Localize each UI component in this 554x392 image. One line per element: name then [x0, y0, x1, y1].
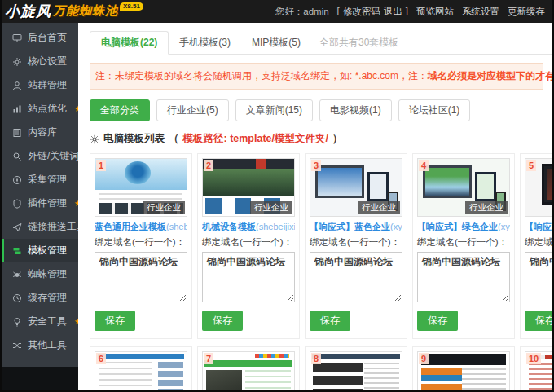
sidebar-item-collection[interactable]: 采集管理 [2, 168, 78, 192]
sidebar-item-label: 插件管理 [28, 196, 67, 210]
template-card: 3 行业企业 【响应式】蓝色企业(xys_blue) 绑定域名(一行一个)： 锦… [305, 153, 407, 339]
template-thumbnail[interactable]: 10 文章新闻 [525, 351, 552, 390]
app-window: 小旋风 万能蜘蛛池 X8.51 您好：admin [ 修改密码 退出 ] 预览网… [0, 0, 554, 392]
bind-domain-label: 绑定域名(一行一个)： [525, 236, 552, 249]
template-thumbnail[interactable]: 3 行业企业 [310, 158, 402, 217]
template-card: 2 行业企业 机械设备模板(shebeijixie) 绑定域名(一行一个)： 锦… [197, 153, 300, 339]
sidebar-item-content-library[interactable]: 内容库 [2, 121, 78, 144]
system-settings-link[interactable]: 系统设置 [462, 6, 499, 18]
top-header: 小旋风 万能蜘蛛池 X8.51 您好：admin [ 修改密码 退出 ] 预览网… [2, 0, 552, 23]
domain-bind-textarea[interactable]: 锦尚中国源码论坛 [525, 252, 552, 302]
category-badge: 行业企业 [465, 201, 508, 214]
app-logo: 小旋风 万能蜘蛛池 X8.51 [5, 2, 143, 21]
template-number-badge: 2 [204, 160, 213, 171]
template-title-link[interactable]: 蓝色通用企业模板(shebei) [95, 221, 187, 233]
template-number-badge: 4 [419, 160, 429, 171]
tab-mobile-templates[interactable]: 手机模板(3) [169, 32, 241, 54]
paren: ） [332, 132, 343, 146]
gear-icon [12, 57, 22, 67]
sidebar-item-dashboard[interactable]: 后台首页 [2, 26, 78, 50]
user-icon [12, 81, 22, 90]
template-thumbnail[interactable]: 5 行业企业 [525, 158, 552, 217]
sidebar-item-site-optimize[interactable]: 站点优化 ★ [2, 97, 78, 121]
sidebar-item-label: 外链/关键词 [28, 149, 79, 163]
template-card: 8 文章新闻 [305, 346, 407, 390]
spider-icon [12, 270, 22, 280]
sidebar-item-cache[interactable]: 缓存管理 [2, 286, 78, 310]
change-password-link[interactable]: 修改密码 [343, 6, 380, 18]
template-card: 10 文章新闻 [520, 346, 552, 390]
collect-icon [12, 175, 22, 185]
sidebar-item-backlinks-keywords[interactable]: 外链/关键词 [2, 144, 78, 168]
template-number-badge: 8 [311, 353, 321, 364]
domain-bind-textarea[interactable]: 锦尚中国源码论坛 [310, 252, 402, 302]
template-thumbnail[interactable]: 6 文章新闻 [95, 351, 187, 390]
tab-pc-templates[interactable]: 电脑模板(22) [90, 31, 169, 55]
category-industry[interactable]: 行业企业(5) [156, 99, 229, 121]
template-title-link[interactable]: 【响应式】蓝色企业(xys_blue) [310, 221, 402, 233]
header-user-area: 您好：admin [ 修改密码 退出 ] 预览网站 系统设置 更新缓存 [275, 6, 545, 18]
preview-site-link[interactable]: 预览网站 [416, 6, 454, 18]
template-number-badge: 1 [96, 160, 106, 171]
template-card: 5 行业企业 【响应式】企业 绑定域名(一行一个)： 锦尚中国源码论坛 保存 [520, 153, 552, 339]
sidebar-item-label: 站群管理 [28, 78, 67, 92]
domain-bind-textarea[interactable]: 锦尚中国源码论坛 [95, 252, 187, 302]
template-title-link[interactable]: 机械设备模板(shebeijixie) [202, 221, 295, 233]
bind-domain-label: 绑定域名(一行一个)： [95, 236, 187, 249]
sidebar-item-other-tools[interactable]: 其他工具 [2, 333, 78, 357]
save-button[interactable]: 保存 [202, 311, 243, 331]
sidebar: 后台首页 核心设置 站群管理 站点优化 ★ 内容库 外链/关键词 [2, 23, 78, 367]
category-badge: 行业企业 [143, 201, 185, 214]
sidebar-item-spiders[interactable]: 蜘蛛管理 [2, 262, 78, 286]
sidebar-item-link-push-tool[interactable]: 链接推送工具 ★ [2, 215, 78, 239]
template-list-header: 电脑模板列表 （模板路径: template/模型文件夹/） [90, 132, 552, 146]
template-title-link[interactable]: 【响应式】绿色企业(xys_lvse) [417, 221, 510, 233]
save-button[interactable]: 保存 [525, 311, 552, 331]
bind-domain-label: 绑定域名(一行一个)： [310, 236, 402, 249]
template-card: 1 行业企业 蓝色通用企业模板(shebei) 绑定域名(一行一个)： 锦尚中国… [90, 153, 192, 339]
sidebar-item-label: 核心设置 [28, 55, 67, 68]
monitor-icon [12, 33, 22, 43]
sidebar-item-plugins[interactable]: 插件管理 ★ [2, 192, 78, 215]
save-button[interactable]: 保存 [417, 311, 458, 331]
category-all[interactable]: 全部分类 [90, 99, 150, 121]
sidebar-item-templates[interactable]: 模板管理 [2, 239, 78, 262]
binding-notice: 注：未绑定模板的域名将会随机调用，支持泛域名绑定，如: *.abc.com，注：… [90, 63, 543, 90]
domain-bind-textarea[interactable]: 锦尚中国源码论坛 [417, 252, 510, 302]
library-icon [12, 128, 22, 138]
template-thumbnail[interactable]: 2 行业企业 [202, 158, 295, 217]
sidebar-item-label: 安全工具 [28, 315, 67, 328]
category-article-news[interactable]: 文章新闻(15) [235, 99, 313, 121]
category-forum[interactable]: 论坛社区(1) [398, 99, 471, 121]
sidebar-item-core-settings[interactable]: 核心设置 [2, 50, 78, 73]
notice-strong-text: 域名必须是对应模型下的才有效 [428, 69, 552, 83]
search-icon [12, 152, 22, 161]
sidebar-item-label: 站点优化 [28, 102, 67, 116]
template-number-badge: 5 [526, 160, 536, 171]
template-thumbnail[interactable]: 1 行业企业 [95, 158, 187, 217]
bracket: ] [406, 6, 408, 18]
template-number-badge: 3 [311, 160, 321, 171]
logo-product: 万能蜘蛛池 [53, 3, 118, 19]
clock-icon [12, 293, 22, 303]
save-button[interactable]: 保存 [95, 311, 135, 331]
template-card: 7 文章新闻 [197, 346, 300, 390]
template-thumbnail[interactable]: 8 文章新闻 [310, 351, 402, 390]
greeting-text: 您好：admin [275, 6, 329, 18]
template-thumbnail[interactable]: 9 文章新闻 [417, 351, 510, 390]
main-content: 电脑模板(22) 手机模板(3) MIP模板(5) 全部共有30套模板 注：未绑… [78, 23, 552, 390]
template-thumbnail[interactable]: 7 文章新闻 [202, 351, 295, 390]
template-type-tabs: 电脑模板(22) 手机模板(3) MIP模板(5) 全部共有30套模板 [90, 31, 552, 55]
domain-bind-textarea[interactable]: 锦尚中国源码论坛 [202, 252, 295, 302]
template-number-badge: 7 [204, 353, 213, 364]
tab-mip-templates[interactable]: MIP模板(5) [241, 32, 311, 54]
template-thumbnail[interactable]: 4 行业企业 [417, 158, 510, 217]
template-title-link[interactable]: 【响应式】企业 [525, 221, 552, 233]
sidebar-item-security-tools[interactable]: 安全工具 ★ [2, 310, 78, 333]
logout-link[interactable]: 退出 [384, 6, 402, 18]
category-movie-video[interactable]: 电影视频(1) [319, 99, 392, 121]
save-button[interactable]: 保存 [310, 311, 350, 331]
refresh-cache-link[interactable]: 更新缓存 [508, 6, 545, 18]
bracket: [ [337, 6, 340, 18]
sidebar-item-site-group[interactable]: 站群管理 [2, 73, 78, 97]
